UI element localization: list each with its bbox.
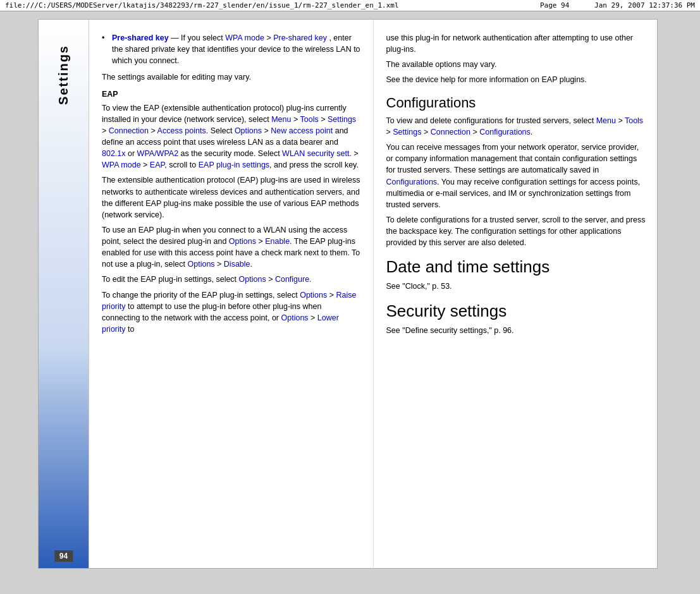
link-wpa-mode[interactable]: WPA mode: [225, 33, 264, 42]
timestamp: Jan 29, 2007 12:37:36 PM: [594, 1, 695, 9]
sidebar-title: Settings: [56, 45, 71, 105]
page-label: Page 94: [540, 1, 569, 9]
page-number: 94: [54, 550, 73, 562]
link-connection-2[interactable]: Connection: [431, 128, 470, 136]
link-options-6[interactable]: Options: [281, 313, 309, 322]
link-menu-1[interactable]: Menu: [271, 115, 291, 124]
list-item-preshared: Pre-shared key — If you select WPA mode …: [102, 32, 362, 66]
settings-line: The settings available for editing may v…: [102, 71, 362, 83]
available-options: The available options may vary.: [386, 59, 646, 70]
content-area: Pre-shared key — If you select WPA mode …: [89, 20, 657, 568]
left-column: Pre-shared key — If you select WPA mode …: [89, 20, 374, 568]
security-see: See "Define security settings," p. 96.: [386, 325, 646, 336]
link-disable[interactable]: Disable: [224, 260, 250, 269]
link-options-2[interactable]: Options: [229, 237, 256, 246]
config-para3: To delete configurations for a trusted s…: [386, 214, 646, 248]
link-8021x[interactable]: 802.1x: [102, 149, 126, 158]
link-preshared-key[interactable]: Pre-shared key: [112, 33, 169, 42]
page-container: Settings 94 Pre-shared key — If you sele…: [38, 19, 658, 569]
link-options-4[interactable]: Options: [239, 275, 266, 284]
link-eap[interactable]: EAP: [150, 161, 164, 169]
link-access-points[interactable]: Access points: [157, 126, 206, 135]
eap-para5: To change the priority of the EAP plug-i…: [102, 289, 362, 336]
filepath: file:///C:/USERS/MODEServer/lkatajis/348…: [5, 1, 399, 9]
link-connection-1[interactable]: Connection: [109, 126, 149, 135]
date-heading: Date and time settings: [386, 257, 646, 277]
link-options-5[interactable]: Options: [300, 291, 327, 300]
link-tools-2[interactable]: Tools: [625, 116, 643, 125]
link-configurations2[interactable]: Configurations: [386, 178, 438, 186]
link-wpa-wpa2[interactable]: WPA/WPA2: [137, 149, 179, 158]
eap-para3: To use an EAP plug-in when you connect t…: [102, 224, 362, 270]
right-column: use this plug-in for network authenticat…: [374, 20, 658, 568]
link-settings-2[interactable]: Settings: [393, 128, 421, 136]
link-new-access-point[interactable]: New access point: [271, 126, 333, 135]
link-eap-plugin-settings[interactable]: EAP plug-in settings: [199, 161, 269, 169]
date-see: See "Clock," p. 53.: [386, 281, 646, 292]
eap-para4: To edit the EAP plug-in settings, select…: [102, 274, 362, 285]
eap-para2: The extensible authentication protocol (…: [102, 174, 362, 221]
link-tools-1[interactable]: Tools: [300, 115, 318, 124]
see-device: See the device help for more information…: [386, 74, 646, 85]
continued-text: use this plug-in for network authenticat…: [386, 32, 646, 55]
link-menu-2[interactable]: Menu: [596, 116, 616, 125]
bullet-list: Pre-shared key — If you select WPA mode …: [102, 32, 362, 66]
link-enable[interactable]: Enable: [265, 237, 290, 246]
link-options-1[interactable]: Options: [235, 126, 262, 135]
link-wlan-security-sett[interactable]: WLAN security sett.: [282, 149, 352, 158]
security-heading: Security settings: [386, 301, 646, 321]
link-configurations[interactable]: Configurations: [479, 128, 531, 136]
eap-para1: To view the EAP (extensible authenticati…: [102, 102, 362, 171]
configurations-heading: Configurations: [386, 95, 646, 111]
page-info: Page 94 Jan 29, 2007 12:37:36 PM: [540, 1, 695, 9]
link-configure[interactable]: Configure: [275, 275, 309, 284]
link-options-3[interactable]: Options: [188, 260, 215, 269]
link-wpa-mode2[interactable]: WPA mode: [102, 161, 141, 169]
top-bar: file:///C:/USERS/MODEServer/lkatajis/348…: [0, 0, 700, 11]
config-para2: You can receive messages from your netwo…: [386, 142, 646, 210]
config-para1: To view and delete configurations for tr…: [386, 115, 646, 138]
sidebar: Settings 94: [39, 20, 89, 568]
eap-heading: EAP: [102, 88, 362, 100]
link-pre-shared-key2[interactable]: Pre-shared key: [273, 33, 327, 42]
link-settings-1[interactable]: Settings: [328, 115, 356, 124]
